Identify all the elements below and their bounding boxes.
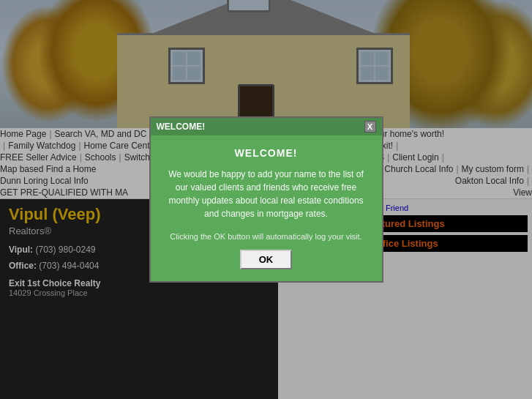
modal-body-text: We would be happy to add your name to th… <box>165 168 367 220</box>
modal-title: WELCOME! <box>157 122 206 132</box>
welcome-modal: WELCOME! X WELCOME! We would be happy to… <box>149 116 383 283</box>
modal-body: WELCOME! We would be happy to add your n… <box>151 135 382 281</box>
modal-ok-button[interactable]: OK <box>240 250 293 269</box>
modal-titlebar: WELCOME! X <box>151 118 382 135</box>
modal-welcome-heading: WELCOME! <box>165 147 367 159</box>
modal-close-button[interactable]: X <box>364 121 376 133</box>
modal-overlay: WELCOME! X WELCOME! We would be happy to… <box>0 0 532 399</box>
modal-note-text: Clicking the OK button will automaticall… <box>165 232 367 241</box>
